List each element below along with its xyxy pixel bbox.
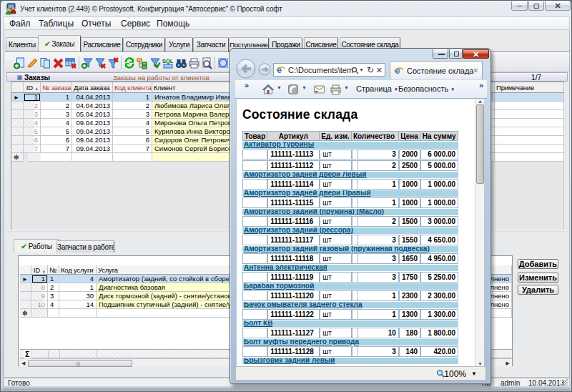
svg-text:SQL: SQL [162, 58, 174, 64]
svg-text:e: e [395, 66, 400, 76]
svg-text:e: e [277, 65, 282, 74]
